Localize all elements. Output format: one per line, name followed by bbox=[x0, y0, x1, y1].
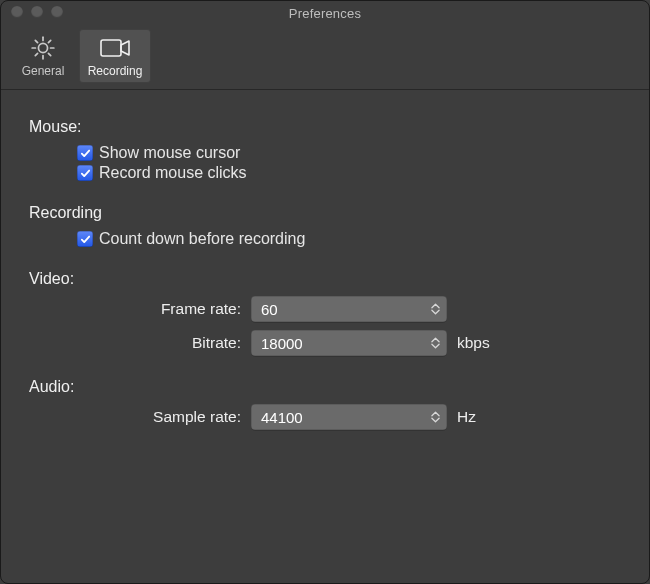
stepper-icon bbox=[428, 299, 442, 319]
frame-rate-select[interactable]: 60 bbox=[251, 296, 447, 322]
window-title: Preferences bbox=[289, 6, 361, 21]
option-show-mouse-cursor[interactable]: Show mouse cursor bbox=[77, 144, 621, 162]
svg-point-0 bbox=[38, 43, 47, 52]
preferences-content: Mouse: Show mouse cursor Record mouse cl… bbox=[1, 90, 649, 456]
gear-icon bbox=[30, 34, 56, 62]
minimize-window-button[interactable] bbox=[31, 6, 43, 18]
preferences-window: Preferences G bbox=[0, 0, 650, 584]
field-bitrate: Bitrate: 18000 kbps bbox=[29, 330, 621, 356]
checkbox-checked-icon bbox=[77, 165, 93, 181]
unit-label: kbps bbox=[457, 334, 490, 352]
window-controls bbox=[11, 6, 63, 18]
svg-rect-9 bbox=[101, 40, 121, 56]
select-value: 60 bbox=[261, 301, 278, 318]
toolbar-item-label: General bbox=[22, 64, 65, 78]
toolbar-item-recording[interactable]: Recording bbox=[79, 29, 151, 83]
svg-line-7 bbox=[35, 53, 37, 55]
sample-rate-select[interactable]: 44100 bbox=[251, 404, 447, 430]
option-record-mouse-clicks[interactable]: Record mouse clicks bbox=[77, 164, 621, 182]
titlebar: Preferences bbox=[1, 1, 649, 25]
close-window-button[interactable] bbox=[11, 6, 23, 18]
option-label: Record mouse clicks bbox=[99, 164, 247, 182]
section-title-audio: Audio: bbox=[29, 378, 621, 396]
svg-line-6 bbox=[48, 53, 50, 55]
unit-label: Hz bbox=[457, 408, 476, 426]
bitrate-select[interactable]: 18000 bbox=[251, 330, 447, 356]
stepper-icon bbox=[428, 407, 442, 427]
field-label: Frame rate: bbox=[29, 300, 251, 318]
field-label: Sample rate: bbox=[29, 408, 251, 426]
field-sample-rate: Sample rate: 44100 Hz bbox=[29, 404, 621, 430]
stepper-icon bbox=[428, 333, 442, 353]
checkbox-checked-icon bbox=[77, 231, 93, 247]
option-label: Show mouse cursor bbox=[99, 144, 240, 162]
section-title-video: Video: bbox=[29, 270, 621, 288]
section-title-mouse: Mouse: bbox=[29, 118, 621, 136]
camera-icon bbox=[99, 34, 131, 62]
field-frame-rate: Frame rate: 60 bbox=[29, 296, 621, 322]
zoom-window-button[interactable] bbox=[51, 6, 63, 18]
svg-line-8 bbox=[48, 40, 50, 42]
select-value: 44100 bbox=[261, 409, 303, 426]
section-title-recording: Recording bbox=[29, 204, 621, 222]
preferences-toolbar: General Recording bbox=[1, 25, 649, 90]
select-value: 18000 bbox=[261, 335, 303, 352]
svg-line-5 bbox=[35, 40, 37, 42]
option-label: Count down before recording bbox=[99, 230, 305, 248]
toolbar-item-label: Recording bbox=[88, 64, 143, 78]
toolbar-item-general[interactable]: General bbox=[7, 29, 79, 83]
option-countdown[interactable]: Count down before recording bbox=[77, 230, 621, 248]
field-label: Bitrate: bbox=[29, 334, 251, 352]
checkbox-checked-icon bbox=[77, 145, 93, 161]
